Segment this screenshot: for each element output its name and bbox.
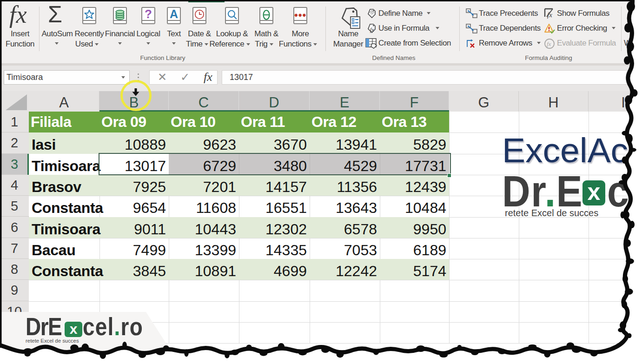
svg-text:fx: fx [547, 11, 552, 19]
svg-text:fx: fx [547, 40, 551, 47]
svg-text:fx: fx [370, 26, 374, 33]
